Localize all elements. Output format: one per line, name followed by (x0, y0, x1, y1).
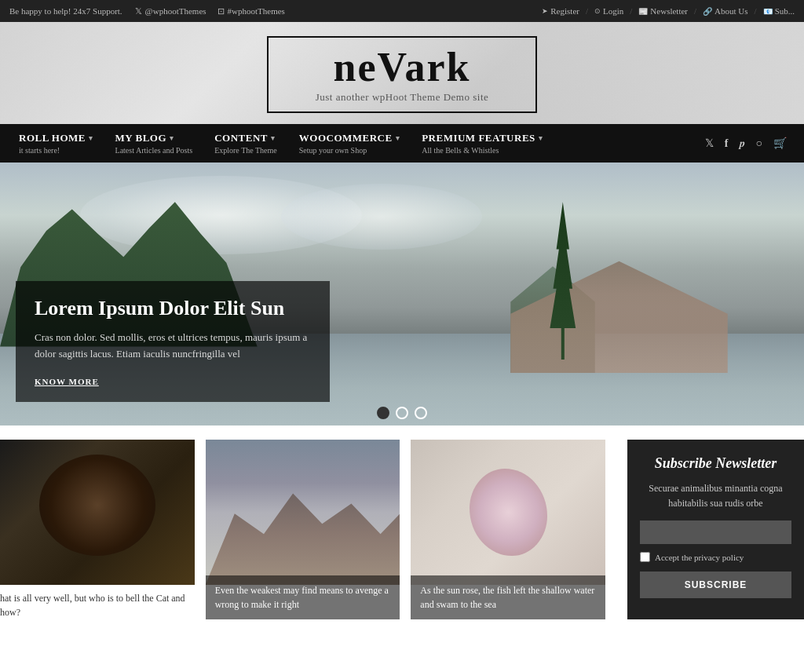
article-caption-2: Even the weakest may find means to aveng… (206, 575, 400, 619)
nav-item-roll-home[interactable]: ROLL HOME ▾ it starts here! (8, 124, 104, 163)
slider-dot-3[interactable] (415, 407, 427, 419)
top-bar: Be happy to help! 24x7 Support. @wphootT… (0, 0, 804, 22)
site-title: neVark (316, 47, 489, 88)
logo-box[interactable]: neVark Just another wpHoot Theme Demo si… (267, 36, 538, 113)
twitter-icon (135, 6, 142, 16)
support-text: Be happy to help! 24x7 Support. (9, 6, 122, 16)
nav-title-woocommerce: WOOCOMMERCE ▾ (299, 132, 400, 144)
instagram-label: #wphootThemes (228, 6, 285, 16)
articles-row: hat is all very well, but who is to bell… (0, 440, 616, 619)
send-icon (542, 7, 548, 15)
login-link[interactable]: Login (594, 6, 623, 16)
newsletter-description: Securae animalibus minantia cogna habita… (640, 481, 791, 511)
nav-pinterest-icon[interactable]: 𝒑 (740, 137, 745, 150)
social-links: @wphootThemes #wphootThemes (135, 6, 285, 16)
nav-sub-woocommerce: Setup your own Shop (299, 146, 400, 155)
article-card-2: Even the weakest may find means to aveng… (206, 440, 400, 619)
nav-sub-roll-home: it starts here! (19, 146, 93, 155)
instagram-icon (217, 6, 225, 16)
article-card-1: hat is all very well, but who is to bell… (0, 440, 195, 619)
nav-title-content: CONTENT ▾ (214, 132, 277, 144)
nav-item-content[interactable]: CONTENT ▾ Explore The Theme (203, 124, 288, 163)
slider-dot-1[interactable] (377, 407, 389, 419)
hero-overlay: Lorem Ipsum Dolor Elit Sun Cras non dolo… (16, 281, 330, 402)
nav-arrow-2: ▾ (271, 134, 276, 142)
nav-trip-icon[interactable]: ○ (756, 137, 762, 150)
slider-dots (377, 407, 427, 419)
about-link[interactable]: About Us (703, 6, 747, 16)
nav-cart-icon[interactable]: 🛒 (773, 137, 787, 150)
article-image-1 (0, 440, 195, 585)
newsletter-email-input[interactable] (640, 520, 791, 544)
newsletter-link[interactable]: Newsletter (638, 6, 688, 16)
hero-title: Lorem Ipsum Dolor Elit Sun (35, 297, 311, 320)
nav-item-woocommerce[interactable]: WOOCOMMERCE ▾ Setup your own Shop (288, 124, 411, 163)
nav-arrow-3: ▾ (396, 134, 400, 142)
nav-title-roll-home: ROLL HOME ▾ (19, 132, 93, 144)
newsletter-title: Subscribe Newsletter (640, 455, 791, 472)
separator: / (586, 6, 588, 16)
privacy-label[interactable]: Accept the privacy policy (655, 553, 744, 562)
nav-sub-premium: All the Bells & Whistles (422, 146, 543, 155)
nav-facebook-icon[interactable]: f (725, 137, 729, 150)
login-icon (594, 7, 601, 15)
newsletter-submit-button[interactable]: SUBSCRIBE (640, 572, 791, 598)
nav-item-premium[interactable]: PREMIUM FEATURES ▾ All the Bells & Whist… (411, 124, 554, 163)
nav-item-my-blog[interactable]: MY BLOG ▾ Latest Articles and Posts (104, 124, 204, 163)
top-bar-right: Register / Login / Newsletter / About Us… (542, 6, 795, 16)
top-bar-left: Be happy to help! 24x7 Support. @wphootT… (9, 6, 285, 16)
privacy-checkbox[interactable] (640, 552, 650, 562)
nav-twitter-icon[interactable]: 𝕏 (705, 137, 714, 150)
article-caption-3: As the sun rose, the fish left the shall… (411, 575, 605, 619)
twitter-label: @wphootThemes (145, 6, 206, 16)
newsletter-privacy-row: Accept the privacy policy (640, 552, 791, 562)
hero-cta[interactable]: KNOW MORE (35, 377, 99, 386)
newsletter-widget: Subscribe Newsletter Securae animalibus … (627, 440, 804, 619)
separator3: / (694, 6, 696, 16)
newsletter-icon (638, 6, 648, 16)
nav-social-icons: 𝕏 f 𝒑 ○ 🛒 (696, 124, 796, 163)
nav-sub-content: Explore The Theme (214, 146, 277, 155)
nav-title-my-blog: MY BLOG ▾ (115, 132, 193, 144)
nav-arrow-4: ▾ (539, 134, 543, 142)
sub-icon (763, 6, 773, 16)
instagram-link[interactable]: #wphootThemes (217, 6, 285, 16)
nav-sub-my-blog: Latest Articles and Posts (115, 146, 193, 155)
about-icon (703, 6, 712, 16)
article-card-3: As the sun rose, the fish left the shall… (411, 440, 605, 619)
nav-arrow-1: ▾ (170, 134, 174, 142)
subscribe-link[interactable]: Sub... (763, 6, 795, 16)
slider-dot-2[interactable] (396, 407, 408, 419)
register-link[interactable]: Register (542, 6, 579, 16)
article-image-3 (411, 440, 605, 585)
main-nav: ROLL HOME ▾ it starts here! MY BLOG ▾ La… (0, 124, 804, 163)
nav-title-premium: PREMIUM FEATURES ▾ (422, 132, 543, 144)
site-tagline: Just another wpHoot Theme Demo site (316, 91, 489, 104)
content-area: hat is all very well, but who is to bell… (0, 425, 804, 619)
nav-arrow-0: ▾ (89, 134, 93, 142)
article-caption-1: hat is all very well, but who is to bell… (0, 585, 195, 619)
hero-slider: Lorem Ipsum Dolor Elit Sun Cras non dolo… (0, 163, 804, 425)
article-image-2 (206, 440, 400, 585)
separator4: / (755, 6, 757, 16)
hero-description: Cras non dolor. Sed mollis, eros et ultr… (35, 330, 311, 363)
site-header: neVark Just another wpHoot Theme Demo si… (0, 22, 804, 124)
separator2: / (630, 6, 632, 16)
nav-left: ROLL HOME ▾ it starts here! MY BLOG ▾ La… (8, 124, 554, 163)
twitter-link[interactable]: @wphootThemes (135, 6, 206, 16)
